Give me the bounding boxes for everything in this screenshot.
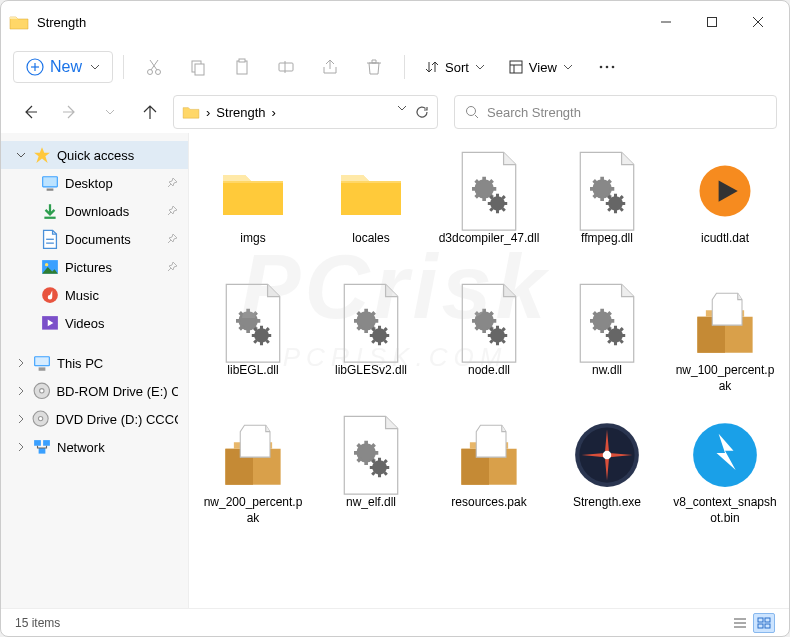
file-item[interactable]: nw_100_percent.pak	[669, 281, 781, 409]
chevron-right-icon	[15, 442, 27, 452]
file-name: nw_200_percent.pak	[201, 495, 305, 526]
sidebar-item-videos[interactable]: Videos	[1, 309, 188, 337]
sidebar-item-downloads[interactable]: Downloads	[1, 197, 188, 225]
refresh-icon[interactable]	[415, 105, 429, 119]
file-name: nw_elf.dll	[346, 495, 396, 511]
svg-point-8	[156, 70, 161, 75]
sidebar-item-desktop[interactable]: Desktop	[1, 169, 188, 197]
back-button[interactable]	[13, 95, 47, 129]
search-input[interactable]: Search Strength	[454, 95, 777, 129]
up-button[interactable]	[133, 95, 167, 129]
exe-icon	[573, 421, 641, 489]
minimize-button[interactable]	[643, 1, 689, 43]
view-label: View	[529, 60, 557, 75]
file-item[interactable]: nw_200_percent.pak	[197, 413, 309, 541]
file-item[interactable]: ffmpeg.dll	[551, 149, 663, 277]
copy-button[interactable]	[178, 49, 218, 85]
details-view-button[interactable]	[729, 613, 751, 633]
sidebar-root-disc[interactable]: DVD Drive (D:) CCCC	[1, 405, 188, 433]
forward-button[interactable]	[53, 95, 87, 129]
sidebar-item-documents[interactable]: Documents	[1, 225, 188, 253]
sidebar-item-pictures[interactable]: Pictures	[1, 253, 188, 281]
svg-rect-1	[708, 18, 717, 27]
close-button[interactable]	[735, 1, 781, 43]
svg-rect-44	[39, 448, 46, 454]
view-dropdown[interactable]: View	[499, 54, 583, 81]
svg-point-21	[606, 66, 609, 69]
pin-icon	[167, 232, 178, 247]
statusbar: 15 items	[1, 608, 789, 636]
file-item[interactable]: v8_context_snapshot.bin	[669, 413, 781, 541]
rename-button[interactable]	[266, 49, 306, 85]
search-icon	[465, 105, 479, 119]
file-item[interactable]: d3dcompiler_47.dll	[433, 149, 545, 277]
delete-button[interactable]	[354, 49, 394, 85]
sidebar: Quick access DesktopDownloadsDocumentsPi…	[1, 133, 189, 608]
file-item[interactable]: Strength.exe	[551, 413, 663, 541]
more-button[interactable]	[587, 49, 627, 85]
svg-rect-69	[765, 618, 770, 622]
maximize-button[interactable]	[689, 1, 735, 43]
file-item[interactable]: libEGL.dll	[197, 281, 309, 409]
sidebar-item-music[interactable]: Music	[1, 281, 188, 309]
address-bar[interactable]: › Strength ›	[173, 95, 438, 129]
file-name: libEGL.dll	[227, 363, 278, 379]
svg-line-9	[151, 60, 158, 70]
sidebar-item-label: Downloads	[65, 204, 129, 219]
file-item[interactable]: icudtl.dat	[669, 149, 781, 277]
bin-icon	[691, 421, 759, 489]
svg-rect-42	[34, 440, 41, 446]
share-button[interactable]	[310, 49, 350, 85]
sidebar-root-pc[interactable]: This PC	[1, 349, 188, 377]
sidebar-item-label: Music	[65, 288, 99, 303]
file-name: libGLESv2.dll	[335, 363, 407, 379]
pak-icon	[219, 421, 287, 489]
dll-icon	[337, 289, 405, 357]
chevron-down-icon	[475, 64, 485, 70]
file-name: ffmpeg.dll	[581, 231, 633, 247]
file-item[interactable]: imgs	[197, 149, 309, 277]
sort-icon	[425, 60, 439, 74]
dll-icon	[573, 157, 641, 225]
file-item[interactable]: node.dll	[433, 281, 545, 409]
window-folder-icon	[9, 14, 29, 30]
breadcrumb-item[interactable]: Strength	[216, 105, 265, 120]
music-icon	[41, 287, 59, 303]
titlebar: Strength	[1, 1, 789, 43]
sidebar-item-label: Pictures	[65, 260, 112, 275]
pin-icon	[167, 260, 178, 275]
svg-line-24	[475, 115, 478, 118]
file-name: d3dcompiler_47.dll	[439, 231, 540, 247]
file-item[interactable]: libGLESv2.dll	[315, 281, 427, 409]
svg-rect-17	[510, 61, 522, 73]
file-item[interactable]: resources.pak	[433, 413, 545, 541]
icons-view-button[interactable]	[753, 613, 775, 633]
dll-icon	[219, 289, 287, 357]
network-icon	[33, 439, 51, 455]
file-name: node.dll	[468, 363, 510, 379]
file-item[interactable]: locales	[315, 149, 427, 277]
svg-rect-68	[758, 618, 763, 622]
sidebar-root-network[interactable]: Network	[1, 433, 188, 461]
new-button[interactable]: New	[13, 51, 113, 83]
paste-button[interactable]	[222, 49, 262, 85]
videos-icon	[41, 315, 59, 331]
file-name: imgs	[240, 231, 265, 247]
file-name: resources.pak	[451, 495, 526, 511]
svg-rect-37	[39, 368, 46, 371]
sidebar-quick-access[interactable]: Quick access	[1, 141, 188, 169]
cut-button[interactable]	[134, 49, 174, 85]
chevron-down-icon	[90, 64, 100, 70]
file-grid: imgslocalesd3dcompiler_47.dllffmpeg.dlli…	[189, 133, 789, 608]
recent-button[interactable]	[93, 95, 127, 129]
disc-icon	[33, 383, 51, 399]
sidebar-root-disc[interactable]: BD-ROM Drive (E:) C	[1, 377, 188, 405]
sort-dropdown[interactable]: Sort	[415, 54, 495, 81]
file-item[interactable]: nw.dll	[551, 281, 663, 409]
svg-point-22	[612, 66, 615, 69]
file-item[interactable]: nw_elf.dll	[315, 413, 427, 541]
sidebar-label: Quick access	[57, 148, 134, 163]
svg-rect-36	[35, 357, 49, 365]
chevron-down-icon[interactable]	[397, 105, 407, 111]
chevron-down-icon	[15, 152, 27, 158]
